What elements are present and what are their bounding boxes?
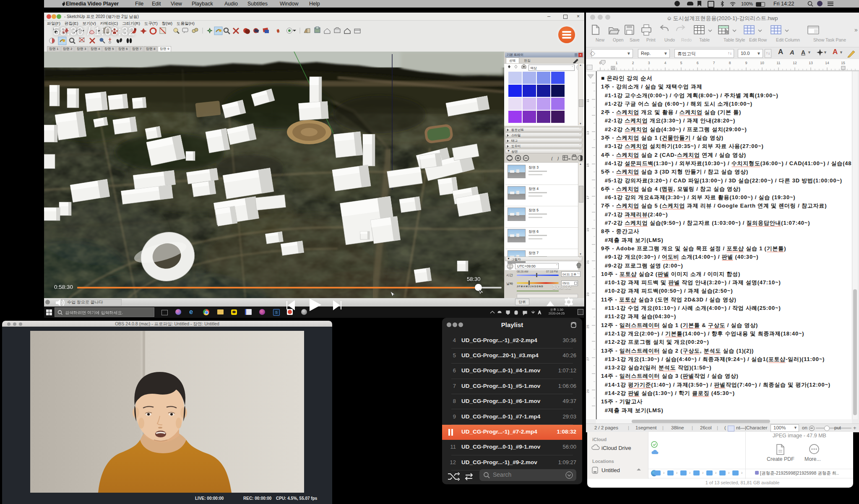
svg-text:27: 27 <box>586 357 590 361</box>
svg-text:13: 13 <box>809 61 813 65</box>
svg-text:1: 1 <box>616 61 618 65</box>
svg-text:6: 6 <box>697 61 699 65</box>
svg-text:A: A <box>538 310 541 315</box>
svg-text:5: 5 <box>680 61 682 65</box>
svg-text:15: 15 <box>586 163 590 167</box>
svg-text:4: 4 <box>664 61 666 65</box>
svg-text:10: 10 <box>760 61 764 65</box>
svg-text:25: 25 <box>586 325 590 328</box>
svg-text:}: } <box>557 156 559 161</box>
svg-text:7: 7 <box>713 61 715 65</box>
svg-text:»: » <box>854 26 858 33</box>
svg-text:{: { <box>551 156 553 161</box>
svg-text:29: 29 <box>586 389 590 393</box>
svg-text:11: 11 <box>777 61 781 65</box>
svg-text:9: 9 <box>745 61 747 65</box>
svg-text:11: 11 <box>586 99 590 102</box>
svg-text:8: 8 <box>729 61 731 65</box>
svg-text:13: 13 <box>586 131 590 135</box>
svg-text:14: 14 <box>825 61 829 65</box>
svg-text:23: 23 <box>586 292 590 296</box>
svg-text:3: 3 <box>648 61 650 65</box>
svg-text:12: 12 <box>793 61 797 65</box>
svg-text:21: 21 <box>586 260 590 264</box>
svg-text:15: 15 <box>841 61 845 65</box>
svg-text:2: 2 <box>632 61 634 65</box>
svg-text:19: 19 <box>586 228 590 231</box>
svg-text:17: 17 <box>586 195 590 199</box>
